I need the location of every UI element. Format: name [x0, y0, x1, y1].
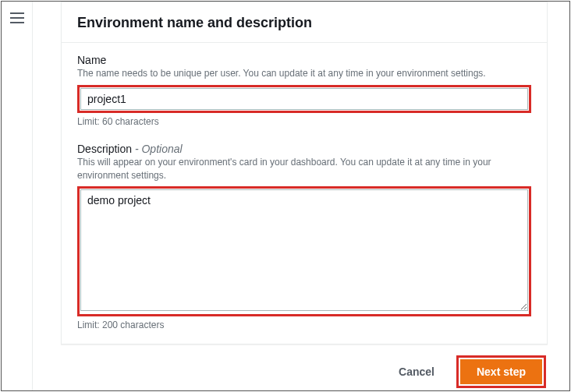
cancel-button[interactable]: Cancel — [391, 359, 442, 384]
name-label: Name — [77, 54, 531, 66]
card-body: Name The name needs to be unique per use… — [62, 43, 547, 362]
description-field: Description - Optional This will appear … — [77, 143, 531, 331]
name-limit: Limit: 60 characters — [77, 116, 531, 127]
card-title: Environment name and description — [62, 2, 547, 43]
menu-icon[interactable] — [10, 12, 24, 23]
name-helper: The name needs to be unique per user. Yo… — [77, 67, 531, 80]
main-panel: Environment name and description Name Th… — [33, 2, 569, 390]
description-optional: - Optional — [132, 143, 183, 155]
form-card: Environment name and description Name Th… — [61, 2, 548, 344]
footer: Cancel Next step — [61, 355, 548, 388]
name-field: Name The name needs to be unique per use… — [77, 54, 531, 127]
description-input-highlight — [77, 186, 531, 316]
sidebar — [2, 2, 33, 390]
next-button-highlight: Next step — [456, 355, 546, 388]
description-limit: Limit: 200 characters — [77, 320, 531, 330]
description-label: Description - Optional — [77, 143, 531, 155]
description-label-text: Description — [77, 143, 132, 155]
description-input[interactable] — [80, 189, 528, 311]
next-step-button[interactable]: Next step — [460, 359, 542, 384]
name-input-highlight — [77, 85, 531, 113]
name-input[interactable] — [80, 88, 528, 110]
description-helper: This will appear on your environment's c… — [77, 156, 531, 182]
